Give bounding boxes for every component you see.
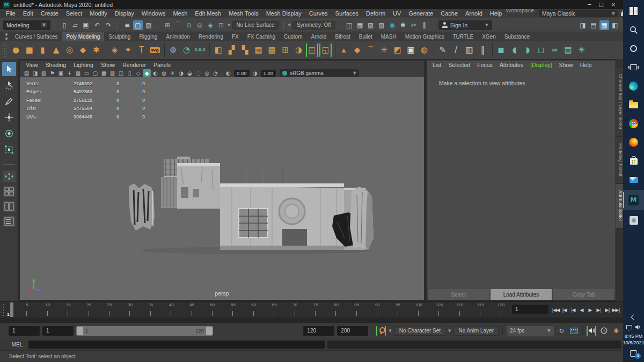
extrude-icon[interactable]: ▴ [335,43,350,57]
step-forward-key-button[interactable]: ▶| [595,307,603,313]
render-settings-icon[interactable]: ✱ [398,20,408,30]
menu-item[interactable]: Mesh [169,10,191,17]
scale-tool-button[interactable] [2,143,16,157]
snap-to-point-icon[interactable]: ⊙ [184,20,194,30]
command-output[interactable] [327,341,621,349]
play-backwards-button[interactable]: ◀ [577,307,586,313]
timeline-tick[interactable]: 5 [26,302,27,317]
xray-icon[interactable]: ◔ [211,69,219,77]
mail-app-button[interactable] [623,171,644,189]
range-end-handle[interactable] [206,327,213,335]
lock-camera-icon[interactable]: ◨ [31,69,39,77]
quad-draw-icon[interactable]: ✎ [434,43,449,57]
poly-disc-icon[interactable]: ✱ [90,43,103,57]
poly-cube-icon[interactable]: ■ [23,43,35,57]
timeline-tick[interactable]: 75 [315,302,316,317]
snap-to-curve-icon[interactable]: ⌒ [173,20,183,30]
subdivide-icon[interactable]: ⊞ [279,43,291,57]
attribute-editor-menu-item[interactable]: Attributes [500,62,528,68]
menu-set-dropdown[interactable]: Modeling▼ [3,20,50,30]
menu-item[interactable]: Arnold [462,10,486,17]
go-to-start-button[interactable]: |◀◀ [552,307,560,313]
live-surface-field[interactable]: No Live Surface [232,21,279,29]
command-input[interactable] [28,341,325,349]
render-sequence-icon[interactable]: ▧ [377,20,386,30]
platonic-solid-icon[interactable]: ◈ [106,43,121,57]
timeline-tick[interactable]: 90 [377,302,377,317]
timeline-tick[interactable]: 20 [89,302,89,317]
current-frame-field[interactable]: 1 [512,305,548,314]
boolean-difference-icon[interactable]: ◖ [508,43,521,57]
symmetry-field[interactable]: Symmetry: Off [292,21,335,29]
timeline-tick[interactable]: 70 [295,302,295,317]
retopologize-icon[interactable]: ✳ [575,43,588,57]
shadows-icon[interactable]: ◑ [177,69,185,77]
render-current-frame-icon[interactable]: ▦ [355,20,365,30]
rotate-tool-button[interactable] [2,127,16,141]
shelf-tab[interactable]: XGen [478,32,500,41]
light-editor-icon[interactable]: ✂ [409,20,419,30]
timeline-tick[interactable]: 35 [150,302,151,317]
bookmark-icon[interactable]: ⚑ [48,69,56,77]
move-tool-button[interactable] [2,110,16,124]
snap-to-view-plane-icon[interactable]: ⊡ [216,20,226,30]
poke-face-icon[interactable]: ▣ [405,43,417,57]
shelf-tab[interactable]: Substance [500,32,534,41]
view-transform-dropdown[interactable]: sRGB gamma ▼ [280,69,359,77]
menu-item[interactable]: UV [389,10,405,17]
attribute-editor-toggle-icon[interactable]: ◧ [610,20,620,30]
occlusion-icon[interactable]: ◒ [186,69,194,77]
separate-icon[interactable]: ▚ [239,43,251,57]
chevron-down-icon[interactable]: ▼ [228,23,230,27]
timeline-tick[interactable]: 40 [171,302,171,317]
go-to-end-button[interactable]: ▶▶| [612,307,620,313]
shelf-tab[interactable]: MASH [377,32,401,41]
attribute-editor-button[interactable]: Load Attributes [491,289,552,300]
timeline-tick[interactable]: 95 [398,302,398,317]
shelf-tab[interactable]: FX Caching [243,32,280,41]
maximize-button[interactable]: □ [598,0,603,9]
model-building-ruins[interactable] [129,157,374,254]
humanik-toggle-icon[interactable]: ▤ [589,20,598,30]
shelf-menu-icon[interactable]: ▼▼ [2,33,11,41]
menu-item[interactable]: Cache [437,10,462,17]
film-gate-icon[interactable]: ▭ [83,69,91,77]
edge-app-button[interactable] [623,77,644,95]
time-ruler[interactable]: 1 51015202530354045505560657075808590951… [6,302,509,317]
boolean-union-icon[interactable]: ◼ [492,43,507,57]
timeline-tick[interactable]: 80 [335,302,336,317]
safe-action-icon[interactable]: ◫ [117,69,125,77]
dock-tab[interactable]: Channel Box / Layer Editor [616,68,623,137]
auto-key-button[interactable] [376,326,386,336]
ipr-render-icon[interactable]: ▨ [366,20,376,30]
menu-item[interactable]: Edit [19,10,37,17]
poly-cone-icon[interactable]: ▲ [50,43,62,57]
duplicate-face-icon[interactable]: ◩ [391,43,404,57]
workspace-dropdown[interactable]: Maya Classic▼ [539,10,618,17]
character-set-dropdown[interactable]: No Character Set [394,326,445,336]
poly-sphere-icon[interactable]: ● [10,43,22,57]
shelf-tab[interactable]: FX [228,32,243,41]
insert-edge-loop-icon[interactable]: ▥ [463,43,475,57]
menu-item[interactable]: Select [62,10,86,17]
timeline-tick[interactable]: 25 [109,302,109,317]
timeline-tick[interactable]: 105 [438,302,439,317]
menu-item[interactable]: Generate [405,10,437,17]
play-forwards-button[interactable]: ▶ [586,307,594,313]
title-bar[interactable]: M untitled* - Autodesk Maya 2020: untitl… [0,0,623,9]
chevron-down-icon[interactable]: ▼ [288,23,291,27]
task-view-button[interactable] [623,58,644,76]
field-chart-icon[interactable]: ▥ [108,69,116,77]
start-button[interactable] [623,2,644,20]
dock-tab[interactable]: Modeling Toolkit [616,137,623,184]
grid-icon[interactable]: ▦ [74,69,82,77]
menu-item[interactable]: Mesh Tools [225,10,262,17]
exposure-field[interactable]: 0.00 [234,70,250,77]
lasso-select-tool-button[interactable] [2,78,16,92]
viewport-menu-item[interactable]: View [22,62,42,68]
make-live-icon[interactable]: ◔ [180,43,193,57]
menu-item[interactable]: File [2,10,19,17]
select-component-icon[interactable]: ▧ [144,20,153,30]
timeline-tick[interactable]: 50 [212,302,213,317]
snap-to-projected-center-icon[interactable]: ◎ [195,20,204,30]
